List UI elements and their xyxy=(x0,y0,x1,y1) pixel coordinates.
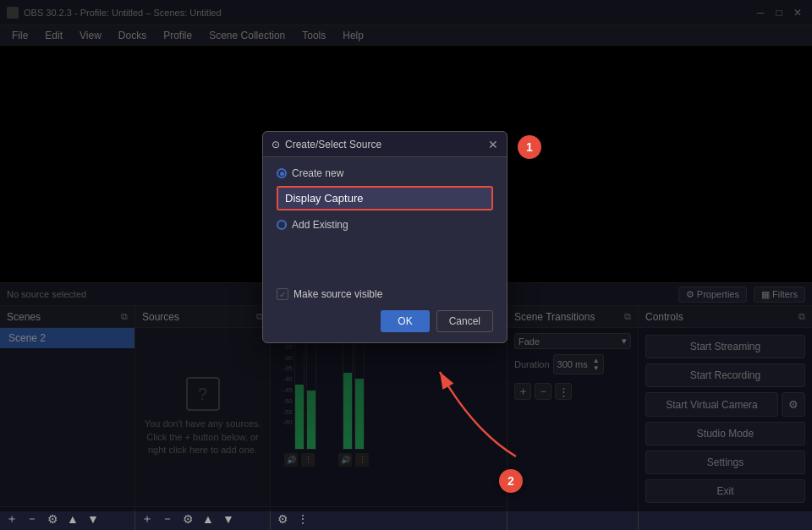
dialog-body: Create new Add Existing Make source visi… xyxy=(263,157,507,342)
create-new-label: Create new xyxy=(292,167,343,179)
remove-source-button[interactable]: － xyxy=(159,511,176,527)
cancel-button[interactable]: Cancel xyxy=(436,310,493,332)
dialog-titlebar: ⊙ Create/Select Source ✕ xyxy=(263,132,507,157)
name-input-wrapper xyxy=(277,186,493,210)
create-new-radio[interactable] xyxy=(277,168,287,178)
create-new-radio-row: Create new xyxy=(277,167,493,179)
source-down-button[interactable]: ▼ xyxy=(220,511,237,527)
remove-scene-button[interactable]: － xyxy=(24,511,41,527)
scene-props-button[interactable]: ⚙ xyxy=(44,511,61,527)
dialog-close-button[interactable]: ✕ xyxy=(488,138,498,151)
ok-button[interactable]: OK xyxy=(381,310,429,332)
scene-up-button[interactable]: ▲ xyxy=(64,511,81,527)
dialog-buttons: OK Cancel xyxy=(277,310,493,332)
add-existing-radio-row: Add Existing xyxy=(277,219,493,231)
mixer-link-btn[interactable]: ⚙ xyxy=(274,511,291,527)
dialog-spacer xyxy=(277,238,493,288)
make-visible-checkbox[interactable] xyxy=(277,288,288,300)
annotation-2-text: 2 xyxy=(508,474,514,488)
add-existing-radio[interactable] xyxy=(277,220,287,230)
create-source-dialog: ⊙ Create/Select Source ✕ Create new Add … xyxy=(262,131,508,343)
dialog-title-text: Create/Select Source xyxy=(285,139,381,150)
scene-down-button[interactable]: ▼ xyxy=(85,511,102,527)
annotation-2: 2 xyxy=(499,469,523,493)
make-visible-row: Make source visible xyxy=(277,288,493,300)
mixer-menu-btn[interactable]: ⋮ xyxy=(294,511,311,527)
annotation-1: 1 xyxy=(518,135,541,159)
source-up-button[interactable]: ▲ xyxy=(200,511,217,527)
make-visible-label: Make source visible xyxy=(294,288,382,300)
add-source-button[interactable]: ＋ xyxy=(139,511,156,527)
source-props-button[interactable]: ⚙ xyxy=(179,511,196,527)
source-name-input[interactable] xyxy=(278,188,491,209)
dialog-overlay: ⊙ Create/Select Source ✕ Create new Add … xyxy=(0,0,812,511)
dialog-title-row: ⊙ Create/Select Source xyxy=(272,139,381,150)
annotation-1-text: 1 xyxy=(526,140,533,154)
dialog-icon: ⊙ xyxy=(272,139,280,150)
add-scene-button[interactable]: ＋ xyxy=(3,511,20,527)
add-existing-label: Add Existing xyxy=(292,219,348,231)
